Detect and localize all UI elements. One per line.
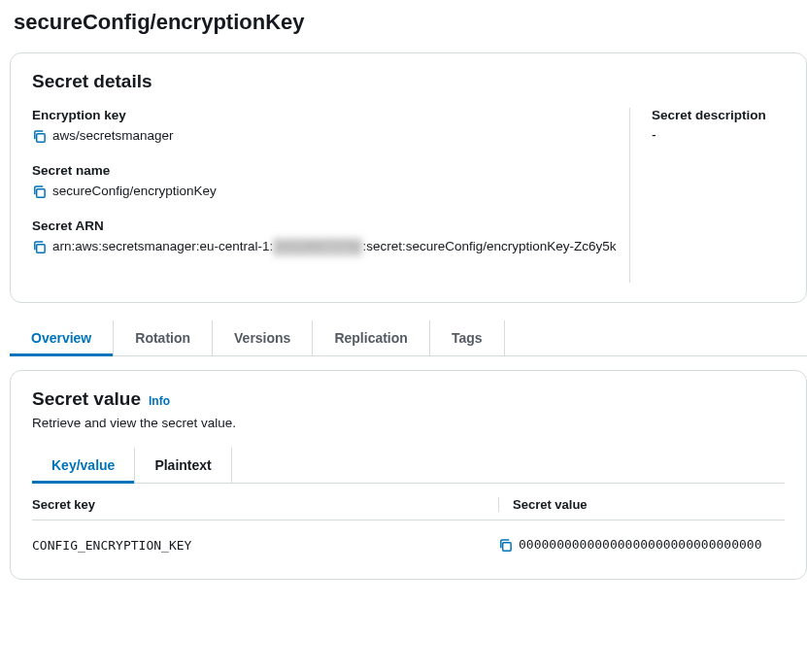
tab-versions[interactable]: Versions <box>213 320 313 355</box>
info-link[interactable]: Info <box>149 394 170 408</box>
secret-value-subtext: Retrieve and view the secret value. <box>32 416 785 430</box>
label-secret-arn: Secret ARN <box>32 218 629 233</box>
column-secret-value: Secret value <box>498 497 785 512</box>
copy-icon[interactable] <box>32 185 47 199</box>
kv-header: Secret key Secret value <box>32 497 785 521</box>
tab-tags[interactable]: Tags <box>430 320 505 355</box>
label-secret-description: Secret description <box>652 108 785 122</box>
subtab-keyvalue[interactable]: Key/value <box>32 448 135 483</box>
label-encryption-key: Encryption key <box>32 108 629 122</box>
svg-rect-0 <box>37 134 45 142</box>
table-row: CONFIG_ENCRYPTION_KEY 000000000000000000… <box>32 530 785 559</box>
svg-rect-1 <box>37 189 45 197</box>
kv-value: 00000000000000000000000000000000 <box>519 536 761 554</box>
field-secret-arn: Secret ARN arn:aws:secretsmanager:eu-cen… <box>32 218 629 256</box>
panel-title-secret-value: Secret value <box>32 388 141 410</box>
subtab-plaintext[interactable]: Plaintext <box>135 448 231 483</box>
value-secret-name: secureConfig/encryptionKey <box>52 183 217 201</box>
arn-prefix: arn:aws:secretsmanager:eu-central-1: <box>52 239 273 253</box>
kv-key: CONFIG_ENCRYPTION_KEY <box>32 538 498 553</box>
field-secret-name: Secret name secureConfig/encryptionKey <box>32 163 629 201</box>
copy-icon[interactable] <box>32 129 47 144</box>
panel-title-details: Secret details <box>32 71 785 92</box>
label-secret-name: Secret name <box>32 163 629 178</box>
tab-replication[interactable]: Replication <box>313 320 429 355</box>
field-secret-description: Secret description - <box>652 108 785 143</box>
secret-details-panel: Secret details Encryption key aws/secret… <box>10 52 807 303</box>
copy-icon[interactable] <box>498 538 513 553</box>
tab-overview[interactable]: Overview <box>10 320 114 355</box>
value-secret-description: - <box>652 127 785 143</box>
field-encryption-key: Encryption key aws/secretsmanager <box>32 108 629 146</box>
tab-rotation[interactable]: Rotation <box>114 320 213 355</box>
svg-rect-2 <box>37 244 45 252</box>
column-secret-key: Secret key <box>32 497 498 512</box>
page-title: secureConfig/encryptionKey <box>10 10 807 35</box>
arn-suffix: :secret:secureConfig/encryptionKey-Zc6y5… <box>362 239 616 253</box>
value-encryption-key: aws/secretsmanager <box>52 127 174 146</box>
value-secret-arn: arn:aws:secretsmanager:eu-central-1:2441… <box>52 238 617 256</box>
main-tabs: Overview Rotation Versions Replication T… <box>10 320 807 356</box>
secret-value-subtabs: Key/value Plaintext <box>32 448 785 484</box>
copy-icon[interactable] <box>32 240 47 254</box>
secret-value-panel: Secret value Info Retrieve and view the … <box>10 370 807 580</box>
svg-rect-3 <box>503 542 511 550</box>
arn-redacted: 244190073794 <box>273 238 362 256</box>
